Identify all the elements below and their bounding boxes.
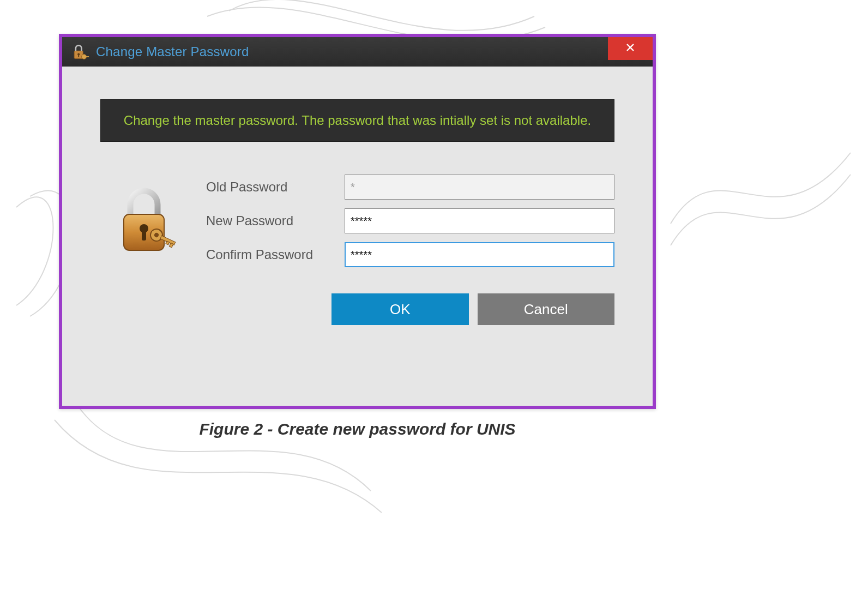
- change-master-password-dialog: Change Master Password Change the master…: [59, 34, 656, 409]
- new-password-label: New Password: [206, 213, 331, 229]
- figure-caption: Figure 2 - Create new password for UNIS: [59, 420, 656, 438]
- svg-point-3: [82, 55, 87, 59]
- lock-key-icon: [70, 42, 89, 62]
- close-button[interactable]: [608, 37, 653, 60]
- svg-rect-2: [78, 55, 79, 57]
- new-password-input[interactable]: [345, 208, 614, 233]
- cancel-button[interactable]: Cancel: [478, 293, 615, 325]
- dialog-button-row: OK Cancel: [331, 293, 614, 325]
- info-banner: Change the master password. The password…: [100, 99, 614, 142]
- svg-rect-13: [169, 243, 173, 248]
- password-form: Old Password New Password Confirm Passwo…: [100, 175, 614, 267]
- old-password-input[interactable]: [345, 175, 614, 200]
- window-title: Change Master Password: [96, 44, 249, 59]
- confirm-password-label: Confirm Password: [206, 247, 331, 262]
- confirm-password-input[interactable]: [345, 242, 614, 267]
- svg-rect-4: [86, 56, 89, 57]
- close-icon: [625, 43, 635, 55]
- ok-button[interactable]: OK: [331, 293, 469, 325]
- dialog-body: Change the master password. The password…: [62, 67, 653, 344]
- old-password-label: Old Password: [206, 179, 331, 195]
- svg-rect-9: [142, 231, 146, 241]
- title-bar[interactable]: Change Master Password: [62, 37, 653, 67]
- lock-illustration-icon: [100, 183, 193, 259]
